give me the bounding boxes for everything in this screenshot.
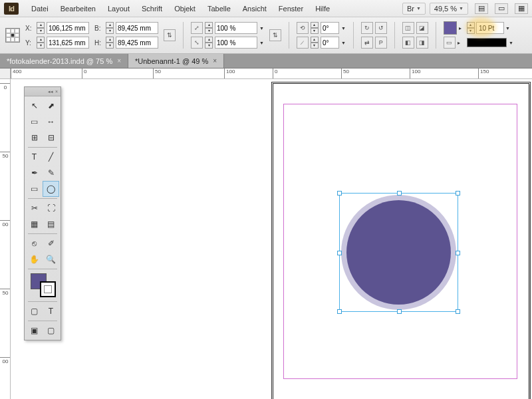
selection-tool[interactable]: ↖ <box>26 98 43 114</box>
pen-tool[interactable]: ✒ <box>26 165 43 181</box>
fill-stroke-swatches[interactable] <box>29 272 56 299</box>
tab-label: *fotokalender-2013.indd @ 75 % <box>7 57 112 65</box>
screen-mode-icon[interactable]: ▭ <box>495 3 508 14</box>
toolbox-panel: ◂◂× ↖ ⬈ ▭ ↔ ⊞ ⊟ T ╱ ✒ ✎ ▭ ◯ ✂ ⛶ ▦ ▤ ⎋ ✐ … <box>24 86 61 340</box>
constrain-scale-icon[interactable]: ⇅ <box>269 29 281 41</box>
scissors-tool[interactable]: ✂ <box>26 200 43 216</box>
menu-view[interactable]: Ansicht <box>237 5 273 13</box>
content-collector-tool[interactable]: ⊞ <box>26 130 43 146</box>
menu-file[interactable]: Datei <box>25 5 55 13</box>
handle-s[interactable] <box>397 309 402 314</box>
select-next-icon[interactable]: ◨ <box>416 37 428 49</box>
rotate-cw-icon[interactable]: ↻ <box>361 22 373 34</box>
menu-table[interactable]: Tabelle <box>201 5 237 13</box>
stroke-align-icon[interactable]: ▭ <box>444 37 456 49</box>
select-container-icon[interactable]: ◫ <box>402 22 414 34</box>
type-tool[interactable]: T <box>26 149 43 165</box>
handle-ne[interactable] <box>456 191 460 196</box>
scaley-spinner[interactable]: ▴▾ <box>205 37 213 49</box>
hand-tool[interactable]: ✋ <box>26 251 43 267</box>
apply-text-tool[interactable]: T <box>43 303 59 319</box>
menu-bar: Id Datei Bearbeiten Layout Schrift Objek… <box>0 0 532 17</box>
y-input[interactable] <box>47 37 89 49</box>
note-tool[interactable]: ⎋ <box>26 235 43 251</box>
x-input[interactable] <box>47 22 89 34</box>
handle-se[interactable] <box>456 309 460 314</box>
scaley-input[interactable] <box>215 37 257 49</box>
w-label: B: <box>94 25 104 32</box>
stroke-spinner[interactable]: ▴▾ <box>467 22 475 34</box>
handle-w[interactable] <box>337 251 342 255</box>
select-content-icon[interactable]: ◪ <box>416 22 428 34</box>
h-spinner[interactable]: ▴▾ <box>106 37 114 49</box>
line-tool[interactable]: ╱ <box>43 149 59 165</box>
zoom-value: 49,5 % <box>434 5 457 13</box>
close-icon[interactable]: × <box>117 57 121 65</box>
ruler-origin[interactable] <box>0 68 11 79</box>
selection-bounding-box[interactable] <box>339 193 458 312</box>
pencil-tool[interactable]: ✎ <box>43 165 59 181</box>
menu-layout[interactable]: Layout <box>102 5 136 13</box>
stroke-weight-input[interactable] <box>476 22 504 34</box>
rotate-ccw-icon[interactable]: ↺ <box>375 22 387 34</box>
shear-spinner[interactable]: ▴▾ <box>311 37 319 49</box>
page-tool[interactable]: ▭ <box>26 114 43 130</box>
handle-nw[interactable] <box>337 191 342 196</box>
arrange-icon[interactable]: ▦ <box>515 3 528 14</box>
constrain-wh-icon[interactable]: ⇅ <box>164 29 176 41</box>
w-input[interactable] <box>116 22 158 34</box>
stroke-style[interactable] <box>467 38 507 47</box>
rotate-input[interactable] <box>321 22 339 34</box>
handle-sw[interactable] <box>337 309 342 314</box>
menu-type[interactable]: Schrift <box>136 5 168 13</box>
ellipse-tool[interactable]: ◯ <box>43 181 59 197</box>
p-icon[interactable]: P <box>375 37 387 49</box>
doc-tab-1[interactable]: *Unbenannt-1 @ 49 %× <box>128 54 224 68</box>
document-tabs: *fotokalender-2013.indd @ 75 %× *Unbenan… <box>0 54 532 68</box>
close-icon[interactable]: × <box>55 89 58 94</box>
select-prev-icon[interactable]: ◧ <box>402 37 414 49</box>
view-mode-preview[interactable]: ▢ <box>43 323 59 338</box>
rot-spinner[interactable]: ▴▾ <box>311 22 319 34</box>
direct-selection-tool[interactable]: ⬈ <box>43 98 59 114</box>
menu-edit[interactable]: Bearbeiten <box>55 5 102 13</box>
gradient-swatch-tool[interactable]: ▦ <box>26 216 43 232</box>
h-input[interactable] <box>116 37 158 49</box>
view-mode-normal[interactable]: ▣ <box>26 323 43 338</box>
menu-help[interactable]: Hilfe <box>309 5 336 13</box>
close-icon[interactable]: × <box>213 57 217 65</box>
w-spinner[interactable]: ▴▾ <box>106 22 114 34</box>
view-options-icon[interactable]: ▤ <box>475 3 488 14</box>
tab-label: *Unbenannt-1 @ 49 % <box>135 57 208 65</box>
flip-h-icon[interactable]: ⇄ <box>361 37 373 49</box>
doc-tab-0[interactable]: *fotokalender-2013.indd @ 75 %× <box>0 54 128 68</box>
canvas[interactable] <box>11 79 532 399</box>
apply-container-tool[interactable]: ▢ <box>26 303 43 319</box>
menu-object[interactable]: Objekt <box>168 5 201 13</box>
shear-input[interactable] <box>321 37 339 49</box>
zoom-tool[interactable]: 🔍 <box>43 251 59 267</box>
eyedropper-tool[interactable]: ✐ <box>43 235 59 251</box>
y-spinner[interactable]: ▴▾ <box>37 37 45 49</box>
reference-point[interactable] <box>5 28 20 43</box>
gradient-feather-tool[interactable]: ▤ <box>43 216 59 232</box>
handle-n[interactable] <box>397 191 402 196</box>
menu-window[interactable]: Fenster <box>273 5 309 13</box>
x-spinner[interactable]: ▴▾ <box>37 22 45 34</box>
zoom-level[interactable]: 49,5 %▼ <box>430 3 468 15</box>
collapse-icon[interactable]: ◂◂ <box>48 89 53 94</box>
vertical-ruler[interactable]: 050005000 <box>0 79 11 399</box>
fill-swatch[interactable] <box>444 21 457 35</box>
rectangle-frame-tool[interactable]: ▭ <box>26 181 43 197</box>
scalex-spinner[interactable]: ▴▾ <box>205 22 213 34</box>
h-label: H: <box>94 39 104 47</box>
bridge-button[interactable]: Br▼ <box>402 3 426 15</box>
handle-e[interactable] <box>456 251 460 255</box>
horizontal-ruler[interactable]: 400050100050100150200 <box>11 68 532 79</box>
free-transform-tool[interactable]: ⛶ <box>43 200 59 216</box>
panel-header[interactable]: ◂◂× <box>25 87 61 96</box>
gap-tool[interactable]: ↔ <box>43 114 59 130</box>
content-placer-tool[interactable]: ⊟ <box>43 130 59 146</box>
y-label: Y: <box>25 39 35 47</box>
scalex-input[interactable] <box>215 22 257 34</box>
